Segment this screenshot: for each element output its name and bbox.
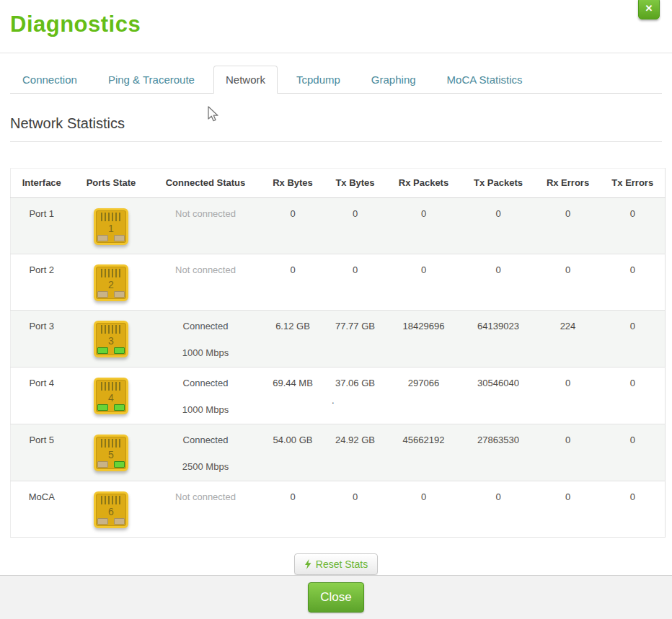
tx-errors-value: 0 [601, 481, 666, 538]
ethernet-port-icon: 6 [94, 491, 128, 528]
connected-status-cell: Connected1000 Mbps [150, 311, 262, 368]
led-left [97, 461, 108, 468]
port-state-cell: 2 [73, 254, 150, 311]
ethernet-port-icon: 1 [94, 208, 128, 245]
port-number-label: 3 [96, 335, 126, 347]
network-table-body: Port 1 1 Not connected 0 0 0 0 0 0 Port … [11, 198, 666, 538]
interface-label: Port 2 [11, 254, 73, 311]
led-left [97, 291, 108, 298]
rx-errors-value: 0 [536, 424, 601, 481]
interface-label: MoCA [11, 481, 73, 538]
connected-status-text: Not connected [152, 208, 260, 219]
rx-bytes-value: 54.00 GB [262, 424, 324, 481]
tab-ping-traceroute[interactable]: Ping & Traceroute [96, 66, 207, 94]
reset-stats-label: Reset Stats [316, 558, 368, 570]
connected-status-cell: Connected1000 Mbps [150, 368, 262, 424]
column-header-connected-status: Connected Status [150, 169, 262, 198]
tx-bytes-value: 0 [324, 481, 386, 538]
tab-network[interactable]: Network [213, 66, 278, 94]
tx-bytes-value: 0 [324, 198, 386, 254]
tab-moca-statistics[interactable]: MoCA Statistics [435, 66, 535, 94]
column-header-tx-errors: Tx Errors [601, 169, 666, 198]
led-right [114, 461, 125, 468]
port-number-label: 5 [96, 449, 126, 460]
tx-packets-value: 0 [461, 481, 536, 538]
table-row: Port 4 4 Connected1000 Mbps 69.44 MB 37.… [11, 368, 666, 424]
rx-packets-value: 0 [386, 481, 461, 538]
modal-close-button[interactable]: ✕ [638, 0, 660, 19]
rx-packets-value: 297066 [386, 368, 461, 424]
port-number-label: 1 [96, 223, 126, 234]
connected-status-cell: Not connected [150, 254, 262, 311]
led-right [114, 235, 125, 241]
rx-packets-value: 18429696 [386, 311, 461, 368]
column-header-tx-packets: Tx Packets [461, 169, 536, 198]
connected-status-text: Connected [152, 378, 260, 388]
rx-bytes-value: 69.44 MB [262, 368, 324, 424]
interface-label: Port 5 [11, 424, 73, 481]
connected-status-text: Not connected [152, 491, 260, 502]
led-left [97, 404, 108, 411]
tab-tcpdump[interactable]: Tcpdump [284, 66, 353, 94]
led-left [97, 347, 108, 354]
port-pins [101, 382, 121, 391]
table-row: Port 1 1 Not connected 0 0 0 0 0 0 [11, 198, 666, 254]
led-left [97, 235, 108, 241]
tx-packets-value: 64139023 [461, 311, 536, 368]
interface-label: Port 3 [11, 311, 73, 368]
close-button[interactable]: Close [308, 582, 363, 613]
port-pins [101, 213, 121, 221]
rx-errors-value: 0 [536, 254, 601, 311]
connected-status-cell: Connected2500 Mbps [150, 424, 262, 481]
port-state-cell: 4 [73, 368, 150, 424]
tx-errors-value: 0 [601, 254, 666, 311]
tx-packets-value: 30546040 [461, 368, 536, 424]
port-number-label: 4 [96, 392, 126, 404]
stray-period-artifact: . [332, 396, 335, 405]
port-state-cell: 6 [73, 481, 150, 538]
tx-packets-value: 27863530 [461, 424, 536, 481]
port-pins [101, 496, 121, 504]
table-row: Port 2 2 Not connected 0 0 0 0 0 0 [11, 254, 666, 311]
column-header-tx-bytes: Tx Bytes [324, 169, 386, 198]
network-statistics-table: Interface Ports State Connected Status R… [10, 168, 666, 538]
tx-packets-value: 0 [461, 198, 536, 254]
connected-status-text: Connected [152, 435, 260, 445]
close-icon: ✕ [645, 3, 653, 14]
led-right [114, 347, 125, 354]
connected-status-text: 1000 Mbps [152, 404, 260, 415]
interface-label: Port 4 [11, 368, 73, 424]
rx-packets-value: 0 [386, 254, 461, 311]
tx-errors-value: 0 [601, 368, 666, 424]
port-pins [101, 439, 121, 447]
reset-stats-button[interactable]: Reset Stats [294, 553, 378, 575]
column-header-rx-bytes: Rx Bytes [262, 169, 324, 198]
table-row: Port 5 5 Connected2500 Mbps 54.00 GB 24.… [11, 424, 666, 481]
tab-connection[interactable]: Connection [10, 66, 89, 94]
connected-status-cell: Not connected [150, 481, 262, 538]
port-pins [101, 325, 121, 334]
rx-errors-value: 0 [536, 198, 601, 254]
connected-status-cell: Not connected [150, 198, 262, 254]
connected-status-text: 2500 Mbps [152, 461, 260, 472]
page-title: Diagnostics [10, 12, 672, 37]
ethernet-port-icon: 4 [94, 378, 128, 414]
interface-label: Port 1 [11, 198, 73, 254]
lightning-bolt-icon [304, 559, 311, 569]
tab-graphing[interactable]: Graphing [359, 66, 428, 94]
tab-bar: Connection Ping & Traceroute Network Tcp… [10, 66, 662, 94]
led-right [114, 291, 125, 298]
table-row: MoCA 6 Not connected 0 0 0 0 0 0 [11, 481, 666, 538]
port-number-label: 6 [96, 506, 126, 517]
tx-bytes-value: 0 [324, 254, 386, 311]
connected-status-text: Not connected [152, 264, 260, 275]
rx-errors-value: 0 [536, 481, 601, 538]
tx-errors-value: 0 [601, 198, 666, 254]
column-header-interface: Interface [11, 169, 73, 198]
port-number-label: 2 [96, 279, 126, 290]
ethernet-port-icon: 2 [94, 264, 128, 301]
rx-packets-value: 0 [386, 198, 461, 254]
rx-bytes-value: 0 [262, 254, 324, 311]
rx-errors-value: 224 [536, 311, 601, 368]
led-right [114, 404, 125, 411]
